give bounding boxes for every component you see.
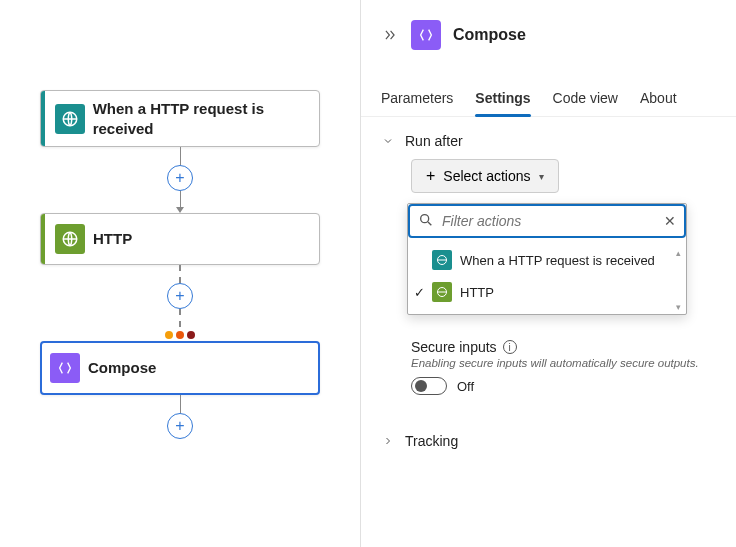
add-step-button[interactable]: +: [167, 283, 193, 309]
node-accent: [41, 214, 45, 264]
action-option-label: HTTP: [460, 285, 494, 300]
clear-filter-icon[interactable]: ✕: [664, 213, 676, 229]
secure-inputs-state: Off: [457, 379, 474, 394]
workflow-canvas: When a HTTP request is received + HTTP +: [0, 0, 360, 547]
panel-header: Compose: [361, 0, 736, 64]
connector: +: [165, 265, 195, 341]
actions-list: When a HTTP request is received ✓ HTTP: [408, 238, 686, 314]
plus-icon: +: [426, 168, 435, 184]
properties-panel: Compose Parameters Settings Code view Ab…: [360, 0, 736, 547]
chevron-right-icon: [381, 434, 395, 448]
http-icon: [432, 282, 452, 302]
section-run-after: Run after + Select actions ▾ ✕ When a H: [361, 117, 736, 399]
http-request-icon: [55, 104, 85, 134]
svg-point-2: [421, 215, 429, 223]
action-option-label: When a HTTP request is received: [460, 253, 655, 268]
add-step-button[interactable]: +: [167, 413, 193, 439]
section-toggle-run-after[interactable]: Run after: [381, 133, 716, 149]
filter-actions-input[interactable]: [442, 213, 664, 229]
dropdown-scrollbar[interactable]: ▴▾: [672, 248, 684, 312]
secure-inputs-toggle[interactable]: [411, 377, 447, 395]
collapse-panel-icon[interactable]: [381, 26, 399, 44]
chevron-down-icon: [381, 134, 395, 148]
section-toggle-tracking[interactable]: Tracking: [361, 433, 736, 449]
node-title: Compose: [88, 350, 166, 386]
select-actions-button[interactable]: + Select actions ▾: [411, 159, 559, 193]
http-request-icon: [432, 250, 452, 270]
search-icon: [418, 212, 436, 230]
section-title: Run after: [405, 133, 463, 149]
action-option[interactable]: When a HTTP request is received: [408, 244, 686, 276]
check-icon: ✓: [414, 285, 425, 300]
tab-parameters[interactable]: Parameters: [381, 82, 453, 116]
filter-actions-search: ✕: [408, 204, 686, 238]
secure-inputs-help: Enabling secure inputs will automaticall…: [411, 357, 716, 369]
action-option[interactable]: ✓ HTTP: [408, 276, 686, 308]
panel-title: Compose: [453, 26, 526, 44]
workflow-node-http[interactable]: HTTP: [40, 213, 320, 265]
node-title: When a HTTP request is received: [93, 91, 319, 146]
tab-code-view[interactable]: Code view: [553, 82, 618, 116]
section-title: Tracking: [405, 433, 458, 449]
http-icon: [55, 224, 85, 254]
panel-tabs: Parameters Settings Code view About: [361, 82, 736, 117]
secure-inputs-label: Secure inputs: [411, 339, 497, 355]
info-icon[interactable]: i: [503, 340, 517, 354]
select-actions-label: Select actions: [443, 168, 530, 184]
add-step-button[interactable]: +: [167, 165, 193, 191]
connector: +: [167, 395, 193, 439]
workflow-node-trigger[interactable]: When a HTTP request is received: [40, 90, 320, 147]
chevron-down-icon: ▾: [539, 171, 544, 182]
actions-dropdown: ✕ When a HTTP request is received ✓ HTTP: [407, 203, 687, 315]
secure-inputs-group: Secure inputs i Enabling secure inputs w…: [411, 339, 716, 395]
tab-settings[interactable]: Settings: [475, 82, 530, 116]
node-accent: [41, 91, 45, 146]
compose-icon: [50, 353, 80, 383]
compose-icon: [411, 20, 441, 50]
tab-about[interactable]: About: [640, 82, 677, 116]
workflow-node-compose[interactable]: Compose: [40, 341, 320, 395]
node-title: HTTP: [93, 221, 142, 257]
status-dots: [165, 331, 195, 339]
connector: +: [167, 147, 193, 213]
